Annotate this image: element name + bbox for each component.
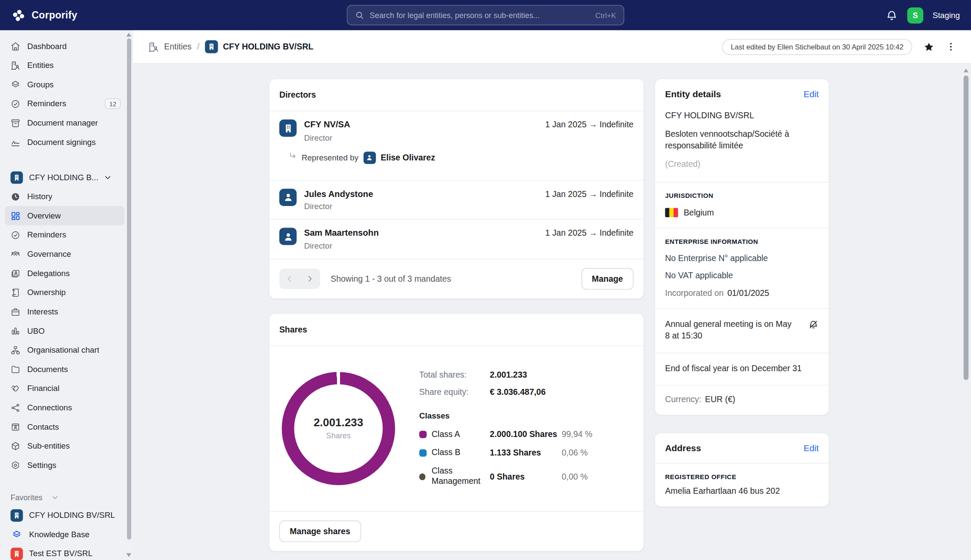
sidebar-item-groups[interactable]: Groups (5, 75, 125, 94)
registered-office-label: REGISTERED OFFICE (665, 473, 819, 480)
brand[interactable]: Corporify (11, 8, 77, 23)
main-scrollbar[interactable] (962, 66, 970, 560)
director-row[interactable]: CFY NV/SA Director 1 Jan 2025 → Indefini… (269, 111, 643, 180)
bar-chart-icon (10, 326, 20, 336)
represented-by-row: Represented by Elise Olivarez (288, 151, 633, 164)
chevron-down-icon (103, 173, 112, 182)
scroll-up-arrow[interactable] (127, 33, 132, 37)
share-class-row: Class A 2.000.100 Shares 99,94 % (419, 429, 634, 440)
next-page-button[interactable] (300, 268, 320, 289)
share-equity-value: € 3.036.487,06 (490, 387, 634, 397)
entity-details-card: Entity details Edit CFY HOLDING BV/SRL B… (655, 79, 829, 415)
sidebar-item-document-manager[interactable]: Document manager (5, 113, 125, 132)
user-avatar[interactable]: S (907, 7, 923, 23)
sidebar-item-ubo[interactable]: UBO (5, 321, 125, 341)
sidebar-item-sub-entities[interactable]: Sub-entities (5, 436, 125, 455)
entity-selector[interactable]: CFY HOLDING B... (5, 168, 125, 187)
address-title: Address (665, 443, 701, 453)
topbar: Corporify Ctrl+K S Staging (0, 0, 971, 31)
sidebar-item-reminders[interactable]: Reminders 12 (5, 94, 125, 114)
favorites-label: Favorites (10, 493, 42, 502)
scroll-down-arrow[interactable] (127, 553, 132, 557)
reminders-count-badge: 12 (105, 98, 121, 109)
sidebar-item-delegations[interactable]: Delegations (5, 264, 125, 283)
bell-icon[interactable] (885, 9, 898, 22)
sidebar-item-documents[interactable]: Documents (5, 360, 125, 379)
global-search[interactable]: Ctrl+K (347, 5, 625, 25)
favorites-header[interactable]: Favorites (10, 493, 124, 502)
shares-card-title: Shares (269, 314, 643, 346)
director-role: Director (304, 202, 373, 211)
history-clock-icon (10, 191, 20, 201)
enterprise-number-status: No Enterprise N° applicable (665, 253, 819, 263)
person-avatar (363, 151, 376, 164)
registered-office-section: REGISTERED OFFICE Amelia Earhartlaan 46 … (655, 463, 829, 507)
corner-down-right-icon (288, 151, 297, 160)
kebab-menu-icon[interactable] (946, 41, 956, 52)
jurisdiction-label: JURISDICTION (665, 191, 819, 199)
entity-name: CFY HOLDING BV/SRL (665, 110, 819, 122)
id-card-icon (10, 268, 20, 278)
search-input[interactable] (370, 11, 590, 19)
last-edited-pill: Last edited by Ellen Stichelbaut on 30 A… (722, 39, 912, 55)
sidebar-item-financial[interactable]: Financial (5, 379, 125, 398)
breadcrumb: Entities / CFY HOLDING BV/SRL (148, 40, 313, 53)
agm-section: Annual general meeting is on May 8 at 15… (655, 308, 829, 353)
sidebar-item-governance[interactable]: Governance (5, 244, 125, 264)
directors-card-title: Directors (269, 79, 643, 111)
edit-address-link[interactable]: Edit (804, 443, 819, 453)
representative-name[interactable]: Elise Olivarez (381, 153, 435, 162)
entity-avatar (10, 171, 23, 184)
sidebar-scrollbar-thumb[interactable] (127, 38, 131, 539)
sidebar-item-dashboard[interactable]: Dashboard (5, 37, 125, 56)
entity-avatar (10, 509, 23, 521)
favorite-star-icon[interactable] (923, 41, 934, 52)
manage-mandates-button[interactable]: Manage (581, 268, 634, 289)
search-icon (355, 10, 364, 20)
home-icon (10, 41, 20, 51)
director-row[interactable]: Jules Andystone Director 1 Jan 2025 → In… (269, 180, 643, 219)
mandate-term: 1 Jan 2025 → Indefinite (545, 120, 634, 129)
director-role: Director (304, 241, 379, 250)
sidebar-item-history[interactable]: History (5, 187, 125, 206)
enterprise-information-section: ENTERPRISE INFORMATION No Enterprise N° … (655, 228, 829, 308)
brand-name: Corporify (31, 9, 77, 21)
address-card: Address Edit REGISTERED OFFICE Amelia Ea… (655, 433, 829, 507)
incorporated-on-label: Incorporated on (665, 288, 724, 298)
directors-footer: Showing 1 - 3 out of 3 mandates Manage (269, 259, 643, 298)
main-scrollbar-thumb[interactable] (964, 76, 969, 380)
jurisdiction-value: Belgium (683, 208, 714, 217)
currency-section: Currency: EUR (€) (655, 385, 829, 415)
environment-label: Staging (933, 10, 960, 20)
sidebar-item-settings[interactable]: Settings (5, 455, 125, 475)
favorite-item-test-est[interactable]: Test EST BV/SRL (5, 544, 125, 560)
chevron-down-icon (51, 493, 60, 502)
classes-heading: Classes (419, 411, 634, 420)
breadcrumb-separator: / (197, 42, 199, 52)
bell-off-icon[interactable] (808, 318, 819, 329)
breadcrumb-entities-link[interactable]: Entities (164, 42, 192, 52)
person-avatar (279, 188, 297, 206)
currency-value: EUR (€) (705, 395, 735, 404)
manage-shares-button[interactable]: Manage shares (279, 520, 361, 542)
entities-icon (10, 60, 20, 70)
sidebar-item-ownership[interactable]: Ownership (5, 283, 125, 302)
director-row[interactable]: Sam Maartensohn Director 1 Jan 2025 → In… (269, 220, 643, 259)
previous-page-button[interactable] (279, 268, 300, 289)
scroll-up-arrow[interactable] (964, 69, 969, 73)
sidebar-item-entity-reminders[interactable]: Reminders (5, 225, 125, 245)
favorite-item-cfy-holding[interactable]: CFY HOLDING BV/SRL (5, 505, 125, 525)
archive-icon (10, 118, 20, 128)
sidebar-item-connections[interactable]: Connections (5, 398, 125, 417)
total-shares-value: 2.001.233 (490, 370, 634, 379)
sidebar-item-organisational-chart[interactable]: Organisational chart (5, 340, 125, 360)
sidebar-scrollbar[interactable] (126, 31, 132, 560)
sidebar-item-interests[interactable]: Interests (5, 302, 125, 321)
favorite-item-knowledge-base[interactable]: Knowledge Base (5, 525, 125, 544)
sidebar-item-overview[interactable]: Overview (5, 206, 125, 225)
sidebar-item-document-signings[interactable]: Document signings (5, 132, 125, 152)
sidebar-item-contacts[interactable]: Contacts (5, 417, 125, 437)
sidebar-item-entities[interactable]: Entities (5, 55, 125, 75)
signature-icon (10, 137, 20, 147)
edit-entity-details-link[interactable]: Edit (804, 89, 819, 99)
